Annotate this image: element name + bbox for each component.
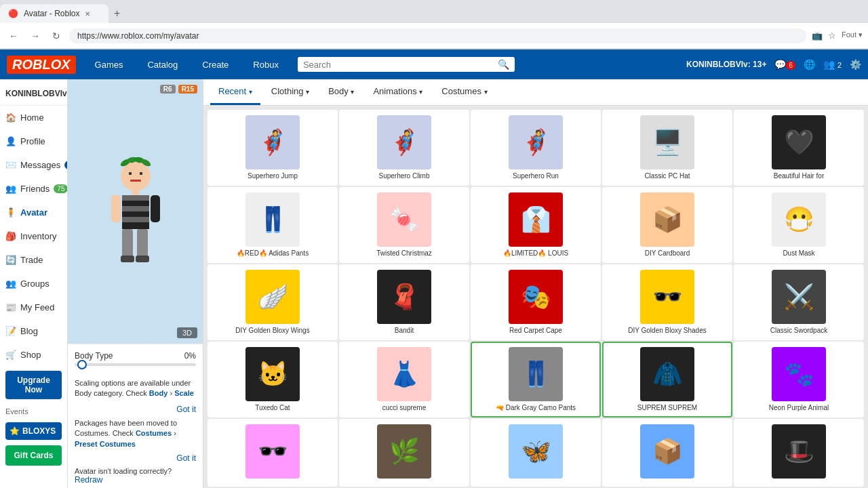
- sidebar-item-inventory[interactable]: 🎒 Inventory: [0, 224, 67, 248]
- item-thumbnail: 🧥: [640, 347, 694, 401]
- item-card[interactable]: 😷Dust Mask: [734, 187, 864, 263]
- search-icon[interactable]: 🔍: [498, 59, 509, 70]
- item-card[interactable]: 🕶️: [208, 419, 338, 487]
- sidebar-item-myfeed[interactable]: 📰 My Feed: [0, 296, 67, 319]
- settings-icon[interactable]: ⚙️: [850, 59, 861, 70]
- tab-body[interactable]: Body ▾: [320, 79, 362, 105]
- item-card[interactable]: 🐾Neon Purple Animal: [734, 342, 864, 418]
- loading-text: Avatar isn't loading correctly?: [75, 467, 172, 475]
- item-card[interactable]: 🦸Superhero Climb: [339, 110, 469, 186]
- item-card[interactable]: 👔🔥LIMITED🔥 LOUIS: [471, 187, 601, 263]
- friends-nav-icon: 👥: [5, 184, 16, 194]
- body-link[interactable]: Body: [149, 389, 168, 397]
- item-card[interactable]: 🦋: [471, 419, 601, 487]
- item-card[interactable]: 🕶️DIY Golden Bloxy Shades: [602, 264, 732, 340]
- item-card[interactable]: 🖤Beautiful Hair for: [734, 110, 864, 186]
- scale-link[interactable]: Scale: [174, 389, 194, 397]
- bloxys-button[interactable]: ⭐ BLOXYS: [5, 422, 62, 440]
- body-type-label: Body Type 0%: [75, 351, 196, 361]
- item-card[interactable]: 🖥️Classic PC Hat: [602, 110, 732, 186]
- body-type-slider[interactable]: [75, 363, 196, 366]
- item-card[interactable]: 📦DIY Cardboard: [602, 187, 732, 263]
- sidebar-item-blog[interactable]: 📝 Blog: [0, 319, 67, 343]
- tab-close-button[interactable]: ✕: [85, 10, 90, 18]
- item-name: Twisted Christmaz: [376, 249, 432, 258]
- item-card[interactable]: 🎩: [734, 419, 864, 487]
- tab-recent[interactable]: Recent ▾: [210, 79, 260, 105]
- nav-create[interactable]: Create: [197, 57, 234, 73]
- item-emoji-icon: 🧥: [652, 360, 683, 388]
- friends-icon[interactable]: 👥 2: [823, 59, 842, 70]
- item-card[interactable]: 🐱Tuxedo Cat: [208, 342, 338, 418]
- item-card[interactable]: 👖🔫 Dark Gray Camo Pants: [471, 342, 601, 418]
- redraw-button[interactable]: Redraw: [75, 475, 102, 485]
- roblox-logo[interactable]: ROBLOX: [7, 56, 76, 74]
- got-it-1-button[interactable]: Got it: [68, 405, 203, 414]
- forward-button[interactable]: →: [27, 29, 43, 43]
- upgrade-button[interactable]: Upgrade Now: [5, 371, 62, 399]
- item-card[interactable]: 🦸Superhero Jump: [208, 110, 338, 186]
- sidebar-item-profile[interactable]: 👤 Profile: [0, 129, 67, 153]
- item-thumbnail: 🕶️: [245, 424, 300, 479]
- item-card[interactable]: 👖🔥RED🔥 Adidas Pants: [208, 187, 338, 263]
- sidebar-item-trade[interactable]: 🔄 Trade: [0, 248, 67, 272]
- cast-icon[interactable]: 📺: [812, 30, 823, 41]
- item-card[interactable]: 🍬Twisted Christmaz: [339, 187, 469, 263]
- item-card[interactable]: 📦: [602, 419, 732, 487]
- gift-cards-button[interactable]: Gift Cards: [5, 445, 62, 466]
- avatar-preview: R6 R15: [68, 79, 203, 344]
- avatar-figure: [95, 150, 176, 272]
- search-bar[interactable]: 🔍: [298, 57, 515, 72]
- slider-thumb[interactable]: [77, 360, 87, 369]
- item-emoji-icon: 📦: [652, 205, 683, 234]
- sidebar-item-groups[interactable]: 👥 Groups: [0, 272, 67, 296]
- sidebar-avatar-label: Avatar: [20, 207, 47, 218]
- item-card[interactable]: 👗cucci supreme: [339, 342, 469, 418]
- nav-robux[interactable]: Robux: [248, 57, 284, 73]
- costumes-link[interactable]: Costumes: [136, 429, 172, 437]
- item-card[interactable]: 🧣Bandit: [339, 264, 469, 340]
- nav-catalog[interactable]: Catalog: [142, 57, 183, 73]
- new-tab-button[interactable]: +: [108, 7, 125, 20]
- sidebar-item-friends[interactable]: 👥 Friends 75: [0, 177, 67, 201]
- item-name: DIY Cardboard: [645, 249, 690, 258]
- groups-icon: 👥: [5, 279, 16, 289]
- item-card[interactable]: 🌿: [339, 419, 469, 487]
- back-button[interactable]: ←: [5, 29, 22, 43]
- item-name: 🔥RED🔥 Adidas Pants: [237, 249, 309, 258]
- item-emoji-icon: 🌿: [389, 437, 420, 466]
- sidebar-item-shop[interactable]: 🛒 Shop: [0, 343, 67, 367]
- svg-point-0: [121, 161, 151, 191]
- item-thumbnail: 🕶️: [640, 270, 694, 324]
- sidebar-item-home[interactable]: 🏠 Home: [0, 106, 67, 129]
- svg-rect-12: [122, 217, 149, 222]
- reload-button[interactable]: ↻: [49, 29, 64, 43]
- item-thumbnail: 🖤: [772, 115, 826, 169]
- item-card[interactable]: 🪽DIY Golden Bloxy Wings: [208, 264, 338, 340]
- bookmark-star-icon[interactable]: ☆: [828, 30, 836, 41]
- search-input[interactable]: [303, 60, 494, 70]
- url-bar[interactable]: https://www.roblox.com/my/avatar: [69, 28, 806, 43]
- profile-icon[interactable]: Fout ▾: [842, 30, 863, 41]
- tab-animations[interactable]: Animations ▾: [365, 79, 431, 105]
- sidebar-item-avatar[interactable]: 🧍 Avatar: [0, 201, 67, 224]
- preset-costumes-link[interactable]: Preset Costumes: [75, 440, 136, 448]
- item-name: Classic PC Hat: [644, 172, 690, 180]
- item-emoji-icon: 🦋: [521, 437, 551, 466]
- sidebar-groups-label: Groups: [20, 279, 50, 289]
- got-it-2-button[interactable]: Got it: [68, 453, 203, 463]
- chat-icon[interactable]: 💬6: [774, 59, 795, 70]
- tab-clothing[interactable]: Clothing ▾: [263, 79, 317, 105]
- avatar-3d-button[interactable]: 3D: [177, 327, 197, 338]
- tab-costumes[interactable]: Costumes ▾: [433, 79, 495, 105]
- item-card[interactable]: ⚔️Classic Swordpack: [734, 264, 864, 340]
- item-card[interactable]: 🧥SUPREM SUPREM: [602, 342, 732, 418]
- sidebar-item-messages[interactable]: ✉️ Messages 126: [0, 153, 67, 177]
- globe-icon[interactable]: 🌐: [804, 59, 815, 70]
- nav-username[interactable]: KONINBLOBVIv: 13+: [686, 60, 766, 69]
- active-tab[interactable]: 🔴 Avatar - Roblox ✕: [0, 4, 108, 23]
- item-card[interactable]: 🦸Superhero Run: [471, 110, 601, 186]
- nav-games[interactable]: Games: [90, 57, 129, 73]
- item-emoji-icon: ⚔️: [784, 283, 814, 311]
- item-card[interactable]: 🎭Red Carpet Cape: [471, 264, 601, 340]
